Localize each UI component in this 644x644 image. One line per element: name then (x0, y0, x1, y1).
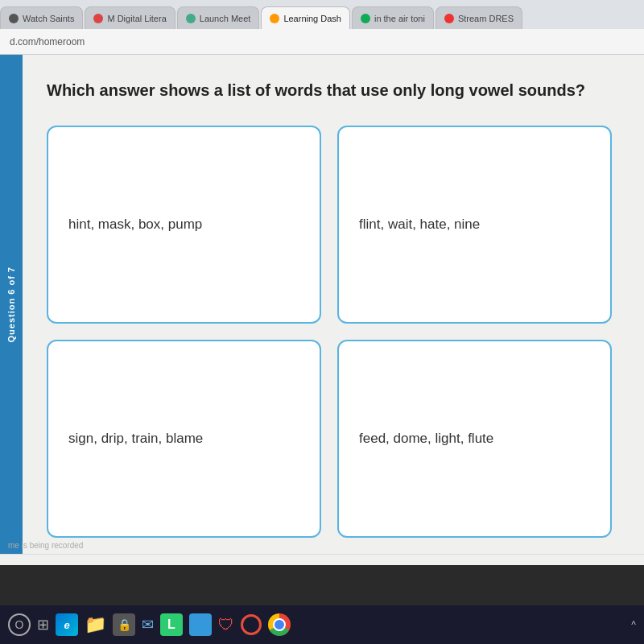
search-circle-icon: O (15, 618, 24, 631)
folder-icon: 📁 (85, 614, 106, 634)
blue-app-button[interactable] (189, 613, 212, 636)
mail-button[interactable]: ✉ (142, 616, 154, 634)
edge-button[interactable]: e (56, 613, 78, 636)
answer-option-d[interactable]: feed, dome, light, flute (337, 340, 612, 538)
system-tray-expand[interactable]: ^ (631, 619, 636, 630)
lock-icon: 🔒 (118, 618, 131, 631)
tab-digital-literacy[interactable]: M Digital Litera (85, 6, 175, 29)
tab-icon-stream (444, 14, 454, 23)
tab-icon-meet (186, 14, 196, 23)
question-sidebar: Question 6 of 7 (0, 55, 23, 554)
tab-icon-watch (9, 14, 19, 23)
edge-icon: e (64, 619, 69, 631)
tab-icon-digital (93, 14, 103, 23)
answer-text-c: sign, drip, train, blame (68, 431, 203, 447)
browser-content: Question 6 of 7 Which answer shows a lis… (0, 55, 644, 554)
green-app-icon: L (167, 617, 175, 632)
shield-button[interactable]: 🛡 (218, 616, 234, 634)
tab-stream-dres[interactable]: Stream DRES (436, 6, 522, 29)
file-explorer-button[interactable]: 📁 (85, 614, 106, 635)
answer-grid: hint, mask, box, pump flint, wait, hate,… (47, 126, 612, 538)
answer-option-c[interactable]: sign, drip, train, blame (47, 340, 321, 538)
tab-in-air-tonight[interactable]: in the air toni (352, 6, 434, 29)
windows-search-button[interactable]: O (8, 613, 31, 636)
desktop-background (0, 565, 644, 605)
answer-text-b: flint, wait, hate, nine (359, 217, 480, 233)
tab-bar: Watch Saints M Digital Litera Launch Mee… (0, 0, 644, 29)
answer-text-a: hint, mask, box, pump (68, 217, 202, 233)
recording-notice: me is being recorded (8, 541, 83, 550)
shield-icon: 🛡 (218, 616, 234, 634)
address-text: d.com/homeroom (10, 36, 85, 47)
taskbar: O ⊞ e 📁 🔒 ✉ L 🛡 ^ (0, 605, 644, 644)
tab-icon-air (361, 14, 370, 23)
answer-option-b[interactable]: flint, wait, hate, nine (337, 126, 612, 324)
chrome-button[interactable] (268, 613, 291, 636)
lock-button[interactable]: 🔒 (113, 613, 135, 636)
mail-icon: ✉ (142, 617, 154, 633)
task-view-icon: ⊞ (37, 617, 49, 633)
tab-watch-saints[interactable]: Watch Saints (0, 6, 83, 29)
tab-learning-dash[interactable]: Learning Dash (261, 6, 350, 29)
question-text: Which answer shows a list of words that … (47, 79, 612, 101)
tab-launch-meet[interactable]: Launch Meet (177, 6, 260, 29)
address-bar[interactable]: d.com/homeroom (0, 29, 644, 55)
answer-option-a[interactable]: hint, mask, box, pump (47, 126, 321, 324)
main-content-area: Which answer shows a list of words that … (23, 55, 644, 554)
question-counter: Question 6 of 7 (6, 266, 16, 342)
chevron-up-icon: ^ (631, 619, 636, 630)
tab-icon-learning (270, 14, 279, 23)
browser-window: Watch Saints M Digital Litera Launch Mee… (0, 0, 644, 604)
circle-button[interactable] (241, 614, 262, 635)
task-view-button[interactable]: ⊞ (37, 616, 49, 634)
answer-text-d: feed, dome, light, flute (359, 431, 493, 447)
green-app-button[interactable]: L (160, 613, 183, 636)
